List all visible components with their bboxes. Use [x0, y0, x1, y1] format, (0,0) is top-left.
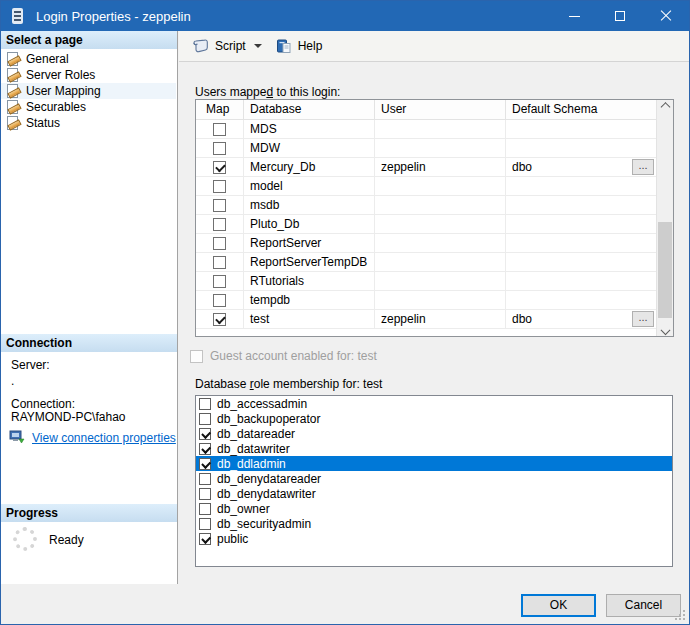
map-checkbox[interactable] [213, 275, 226, 288]
map-checkbox[interactable] [213, 199, 226, 212]
resize-grip[interactable] [683, 618, 685, 620]
users-table-body: MDSMDWMercury_Dbzeppelindbo...modelmsdbP… [196, 120, 656, 329]
user-cell[interactable] [375, 139, 506, 157]
map-cell [196, 272, 244, 290]
database-cell[interactable]: RTutorials [244, 272, 375, 290]
close-button[interactable] [643, 1, 689, 31]
database-cell[interactable]: model [244, 177, 375, 195]
database-cell[interactable]: MDS [244, 120, 375, 138]
user-cell[interactable] [375, 215, 506, 233]
database-cell[interactable]: ReportServer [244, 234, 375, 252]
window-controls [551, 1, 689, 31]
map-checkbox[interactable] [213, 313, 226, 326]
sidebar-item-status[interactable]: Status [1, 115, 176, 131]
sidebar-item-user-mapping[interactable]: User Mapping [1, 83, 176, 99]
map-cell [196, 158, 244, 176]
scroll-down-button[interactable] [657, 319, 673, 336]
minimize-button[interactable] [551, 1, 597, 31]
title-bar[interactable]: Login Properties - zeppelin [1, 1, 689, 31]
role-item-db_datareader[interactable]: db_datareader [196, 426, 672, 441]
role-checkbox[interactable] [199, 443, 211, 455]
sidebar-item-securables[interactable]: Securables [1, 99, 176, 115]
schema-cell[interactable] [506, 177, 656, 195]
role-checkbox[interactable] [199, 533, 211, 545]
schema-cell[interactable] [506, 234, 656, 252]
database-cell[interactable]: ReportServerTempDB [244, 253, 375, 271]
map-checkbox[interactable] [213, 180, 226, 193]
role-item-db_owner[interactable]: db_owner [196, 501, 672, 516]
map-checkbox[interactable] [213, 218, 226, 231]
user-cell[interactable] [375, 253, 506, 271]
role-checkbox[interactable] [199, 503, 211, 515]
table-scrollbar[interactable] [656, 100, 673, 336]
database-cell[interactable]: tempdb [244, 291, 375, 309]
browse-schema-button[interactable]: ... [632, 159, 654, 175]
view-connection-properties[interactable]: View connection properties [9, 430, 176, 445]
schema-cell[interactable]: dbo... [506, 158, 656, 176]
guest-account-checkbox-row: Guest account enabled for: test [190, 349, 377, 363]
user-cell[interactable] [375, 272, 506, 290]
role-item-db_securityadmin[interactable]: db_securityadmin [196, 516, 672, 531]
map-cell [196, 291, 244, 309]
role-item-db_accessadmin[interactable]: db_accessadmin [196, 396, 672, 411]
window-title: Login Properties - zeppelin [36, 9, 191, 24]
user-cell[interactable]: zeppelin [375, 310, 506, 328]
role-label: db_ddladmin [217, 457, 286, 471]
browse-schema-button[interactable]: ... [632, 311, 654, 327]
map-checkbox[interactable] [213, 161, 226, 174]
table-row: MDS [196, 120, 656, 139]
user-cell[interactable] [375, 120, 506, 138]
script-dropdown-icon[interactable] [254, 44, 262, 48]
role-checkbox[interactable] [199, 488, 211, 500]
user-cell[interactable] [375, 234, 506, 252]
user-cell[interactable] [375, 177, 506, 195]
role-item-db_backupoperator[interactable]: db_backupoperator [196, 411, 672, 426]
schema-cell[interactable] [506, 272, 656, 290]
role-checkbox[interactable] [199, 518, 211, 530]
role-checkbox[interactable] [199, 413, 211, 425]
role-checkbox[interactable] [199, 473, 211, 485]
map-checkbox[interactable] [213, 256, 226, 269]
schema-cell[interactable] [506, 120, 656, 138]
map-cell [196, 234, 244, 252]
map-checkbox[interactable] [213, 237, 226, 250]
script-button[interactable]: Script [188, 36, 250, 56]
maximize-button[interactable] [597, 1, 643, 31]
scroll-up-button[interactable] [657, 100, 673, 117]
ok-button[interactable]: OK [521, 594, 596, 617]
database-cell[interactable]: MDW [244, 139, 375, 157]
scrollbar-thumb[interactable] [658, 222, 672, 318]
schema-cell[interactable] [506, 253, 656, 271]
cancel-button[interactable]: Cancel [606, 594, 681, 617]
view-connection-properties-link[interactable]: View connection properties [32, 431, 176, 445]
role-checkbox[interactable] [199, 398, 211, 410]
database-cell[interactable]: test [244, 310, 375, 328]
map-checkbox[interactable] [213, 294, 226, 307]
database-cell[interactable]: Mercury_Db [244, 158, 375, 176]
role-item-db_datawriter[interactable]: db_datawriter [196, 441, 672, 456]
database-cell[interactable]: Pluto_Db [244, 215, 375, 233]
role-item-db_ddladmin[interactable]: db_ddladmin [196, 456, 672, 471]
role-item-db_denydatareader[interactable]: db_denydatareader [196, 471, 672, 486]
role-item-public[interactable]: public [196, 531, 672, 546]
map-checkbox[interactable] [213, 142, 226, 155]
schema-cell[interactable]: dbo... [506, 310, 656, 328]
progress-status-row: Ready [13, 527, 84, 551]
schema-cell[interactable] [506, 215, 656, 233]
map-checkbox[interactable] [213, 123, 226, 136]
user-cell[interactable]: zeppelin [375, 158, 506, 176]
role-checkbox[interactable] [199, 428, 211, 440]
schema-cell[interactable] [506, 196, 656, 214]
user-cell[interactable] [375, 196, 506, 214]
help-button[interactable]: Help [272, 36, 327, 57]
schema-cell[interactable] [506, 291, 656, 309]
role-checkbox[interactable] [199, 458, 211, 470]
user-cell[interactable] [375, 291, 506, 309]
chevron-down-icon [660, 325, 670, 335]
database-cell[interactable]: msdb [244, 196, 375, 214]
sidebar-item-general[interactable]: General [1, 51, 176, 67]
schema-cell[interactable] [506, 139, 656, 157]
sidebar-item-server-roles[interactable]: Server Roles [1, 67, 176, 83]
help-button-label: Help [298, 39, 323, 53]
role-item-db_denydatawriter[interactable]: db_denydatawriter [196, 486, 672, 501]
